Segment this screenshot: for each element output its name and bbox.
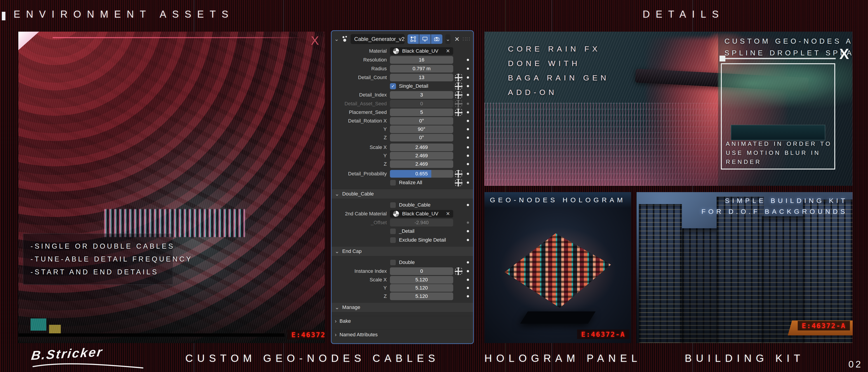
keyframe-dot[interactable] — [467, 163, 469, 165]
section-named-attributes[interactable]: › Named Attributes — [332, 330, 473, 339]
keyframe-dot[interactable] — [467, 182, 469, 184]
cap-scale-y-field[interactable]: 5.120 — [390, 284, 453, 292]
material-selector[interactable]: Black Cable_UV ✕ — [390, 47, 453, 55]
scale-y-field[interactable]: 2.469 — [390, 152, 453, 160]
timeline-slider[interactable] — [720, 58, 836, 59]
material-name: Black Cable_UV — [402, 48, 438, 54]
scale-x-field[interactable]: 2.469 — [390, 144, 453, 151]
section-double-cable[interactable]: ⌄ Double_Cable — [332, 189, 473, 199]
detail-checkbox[interactable] — [390, 228, 396, 235]
keyframe-dot[interactable] — [467, 85, 469, 87]
keyframe-dot[interactable] — [467, 279, 469, 281]
panel-row-cap-scale-z: Z 5.120 — [333, 292, 472, 300]
modifier-name-field[interactable]: Cable_Generator_v2 — [350, 34, 405, 44]
attribute-toggle-icon — [455, 100, 462, 107]
realtime-display-toggle[interactable] — [419, 34, 431, 44]
radius-field[interactable]: 0.797 m — [390, 65, 453, 72]
label-line: FOR D.O.F BACKGROUNDS — [702, 206, 848, 217]
keyframe-dot[interactable] — [467, 94, 469, 96]
keyframe-dot[interactable] — [467, 111, 469, 114]
clear-material-icon[interactable]: ✕ — [446, 48, 450, 54]
attribute-toggle-icon[interactable] — [455, 179, 462, 186]
field-label: Z — [333, 293, 390, 299]
remove-modifier-button[interactable]: ✕ — [454, 35, 460, 43]
double-cable-checkbox[interactable] — [390, 202, 396, 208]
cap-scale-x-field[interactable]: 5.120 — [390, 276, 453, 284]
close-icon[interactable]: X — [311, 33, 319, 48]
keyframe-dot[interactable] — [467, 155, 469, 157]
keyframe-dot[interactable] — [467, 128, 469, 130]
attribute-toggle-icon[interactable] — [455, 170, 462, 177]
exclude-single-detail-checkbox[interactable] — [390, 237, 396, 243]
section-manage[interactable]: ⌄ Manage — [332, 302, 473, 312]
keyframe-dot[interactable] — [467, 230, 469, 232]
keyframe-dot[interactable] — [467, 68, 469, 70]
keyframe-dot[interactable] — [467, 59, 469, 61]
section-bake[interactable]: › Bake — [332, 316, 473, 326]
label-line: SIMPLE BUILDING KIT — [702, 195, 848, 206]
resolution-field[interactable]: 16 — [390, 56, 453, 64]
single-detail-checkbox[interactable]: ✓ — [390, 83, 396, 89]
panel-row-realize-all: Realize All — [333, 179, 472, 187]
clear-material-icon[interactable]: ✕ — [446, 211, 450, 217]
field-value: 0 — [420, 101, 423, 107]
field-value: 5.120 — [415, 277, 428, 283]
corner-marker — [18, 32, 39, 50]
scale-z-field[interactable]: 2.469 — [390, 160, 453, 168]
camera-icon — [434, 36, 440, 42]
slider-handle[interactable] — [719, 56, 725, 61]
detail-count-field[interactable]: 13 — [390, 74, 453, 81]
attribute-toggle-icon[interactable] — [455, 92, 462, 98]
keyframe-dot[interactable] — [467, 239, 469, 241]
field-label: _Offset — [333, 220, 390, 225]
realize-all-checkbox[interactable] — [390, 180, 396, 186]
keyframe-dot[interactable] — [467, 287, 469, 289]
panel-row-detail-probability: Detail_Probability 0.655 — [333, 170, 472, 178]
checkbox-label: Exclude Single Detail — [399, 237, 446, 243]
signature-swoosh — [32, 359, 145, 370]
keyframe-dot[interactable] — [467, 146, 469, 149]
double-checkbox[interactable] — [390, 259, 396, 266]
rotation-y-field[interactable]: 90° — [390, 125, 453, 133]
panel-row-rotation-y: Y 90° — [333, 125, 472, 133]
field-label: Material — [333, 48, 390, 54]
close-icon[interactable]: X — [839, 45, 849, 62]
field-label: Resolution — [333, 57, 390, 63]
keyframe-dot[interactable] — [467, 136, 469, 139]
asset-id-tag: E:46372-A — [798, 321, 850, 331]
rotation-x-field[interactable]: 0° — [390, 117, 453, 125]
drag-grip-icon[interactable]: ∷∷ — [463, 36, 470, 42]
instance-index-field[interactable]: 0 — [390, 267, 453, 275]
attribute-toggle-icon[interactable] — [455, 74, 462, 81]
render-display-toggle[interactable] — [431, 34, 442, 44]
extras-menu-button[interactable]: ⌄ — [445, 34, 451, 44]
keyframe-dot[interactable] — [467, 120, 469, 122]
panel-row-detail-count: Detail_Count 13 — [333, 73, 472, 81]
detail-probability-slider[interactable]: 0.655 — [390, 170, 453, 178]
keyframe-dot[interactable] — [467, 173, 469, 175]
second-material-selector[interactable]: Black Cable_UV ✕ — [390, 210, 453, 218]
detail-index-field[interactable]: 3 — [390, 91, 453, 99]
edit-mode-toggle[interactable] — [408, 34, 419, 44]
keyframe-dot[interactable] — [467, 76, 469, 79]
attribute-toggle-icon[interactable] — [455, 109, 462, 116]
page-number: 02 — [848, 359, 863, 370]
checkbox-label: Double — [399, 259, 415, 265]
field-label: Detail_Asset_Seed — [333, 101, 390, 107]
keyframe-dot[interactable] — [467, 270, 469, 272]
keyframe-dot — [467, 103, 469, 105]
section-title: End Cap — [342, 248, 362, 254]
keyframe-dot[interactable] — [467, 261, 469, 264]
keyframe-dot[interactable] — [467, 204, 469, 206]
rotation-z-field[interactable]: 0° — [390, 134, 453, 142]
cap-scale-z-field[interactable]: 5.120 — [390, 292, 453, 300]
placement-seed-field[interactable]: 5 — [390, 108, 453, 116]
attribute-toggle-icon[interactable] — [455, 83, 462, 90]
expand-icon[interactable]: ⌄ — [334, 36, 339, 42]
blender-modifier-panel: ⌄ Cable_Generator_v2 — [331, 30, 474, 344]
attribute-toggle-icon[interactable] — [455, 268, 462, 275]
section-end-cap[interactable]: ⌄ End Cap — [332, 246, 473, 256]
machine-shape — [731, 125, 825, 141]
panel-row-instance-index: Instance Index 0 — [333, 267, 472, 275]
keyframe-dot[interactable] — [467, 295, 469, 298]
